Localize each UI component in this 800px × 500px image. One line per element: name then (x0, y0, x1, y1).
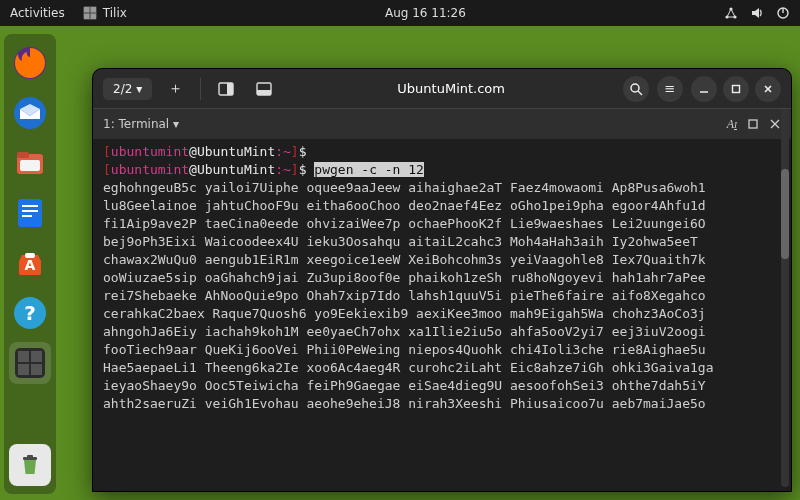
svg-point-34 (631, 84, 639, 92)
svg-rect-27 (31, 364, 42, 375)
svg-rect-15 (18, 199, 42, 227)
network-icon[interactable] (724, 6, 738, 20)
menu-button[interactable]: ≡ (657, 76, 683, 102)
session-switcher[interactable]: 2/2 ▾ (103, 78, 152, 100)
svg-rect-14 (20, 160, 40, 171)
dock-software[interactable]: A (9, 242, 51, 284)
titlebar: 2/2 ▾ ＋ UbuntuMint.com ≡ (93, 69, 791, 109)
font-size-icon[interactable]: AI (727, 117, 737, 132)
split-right-button[interactable] (211, 74, 241, 104)
dock: A ? (4, 34, 56, 494)
new-session-button[interactable]: ＋ (160, 74, 190, 104)
svg-rect-3 (84, 14, 90, 20)
svg-rect-17 (22, 210, 38, 212)
pane-tabbar: 1: Terminal ▾ AI (93, 109, 791, 139)
svg-rect-1 (84, 7, 90, 13)
dock-help[interactable]: ? (9, 292, 51, 334)
activities-button[interactable]: Activities (10, 6, 65, 20)
app-menu[interactable]: Tilix (83, 6, 127, 20)
split-down-button[interactable] (249, 74, 279, 104)
svg-rect-26 (18, 364, 29, 375)
svg-rect-37 (733, 85, 740, 92)
svg-line-35 (638, 91, 642, 95)
scrollbar-thumb[interactable] (781, 169, 789, 259)
minimize-button[interactable] (691, 76, 717, 102)
svg-rect-13 (17, 152, 29, 158)
dock-thunderbird[interactable] (9, 92, 51, 134)
close-button[interactable] (755, 76, 781, 102)
svg-rect-38 (749, 120, 757, 128)
svg-rect-16 (22, 205, 38, 207)
dock-trash[interactable] (9, 444, 51, 486)
svg-rect-31 (227, 83, 233, 95)
pane-close-button[interactable] (769, 118, 781, 130)
svg-rect-25 (31, 351, 42, 362)
svg-rect-4 (90, 14, 96, 20)
svg-rect-29 (27, 455, 33, 458)
terminal-output[interactable]: [ubuntumint@UbuntuMint:~]$ [ubuntumint@U… (93, 139, 791, 491)
dock-files[interactable] (9, 142, 51, 184)
session-count: 2/2 (113, 82, 132, 96)
pane-maximize-button[interactable] (747, 118, 759, 130)
tilix-icon (83, 6, 97, 20)
chevron-down-icon: ▾ (136, 82, 142, 96)
svg-rect-24 (18, 351, 29, 362)
tilix-window: 2/2 ▾ ＋ UbuntuMint.com ≡ 1: Terminal ▾ A… (92, 68, 792, 492)
app-menu-label: Tilix (103, 6, 127, 20)
svg-rect-33 (257, 90, 271, 95)
terminal-scrollbar[interactable] (781, 109, 789, 487)
maximize-button[interactable] (723, 76, 749, 102)
volume-icon[interactable] (750, 6, 764, 20)
pane-label[interactable]: 1: Terminal ▾ (103, 117, 179, 131)
power-icon[interactable] (776, 6, 790, 20)
dock-libreoffice-writer[interactable] (9, 192, 51, 234)
search-button[interactable] (623, 76, 649, 102)
svg-text:?: ? (24, 301, 36, 325)
svg-rect-2 (90, 7, 96, 13)
svg-rect-18 (22, 215, 32, 217)
dock-firefox[interactable] (9, 42, 51, 84)
clock[interactable]: Aug 16 11:26 (127, 6, 724, 20)
window-title: UbuntuMint.com (287, 81, 615, 96)
dock-tilix[interactable] (9, 342, 51, 384)
separator (200, 78, 201, 100)
gnome-topbar: Activities Tilix Aug 16 11:26 (0, 0, 800, 26)
svg-text:A: A (25, 257, 36, 273)
